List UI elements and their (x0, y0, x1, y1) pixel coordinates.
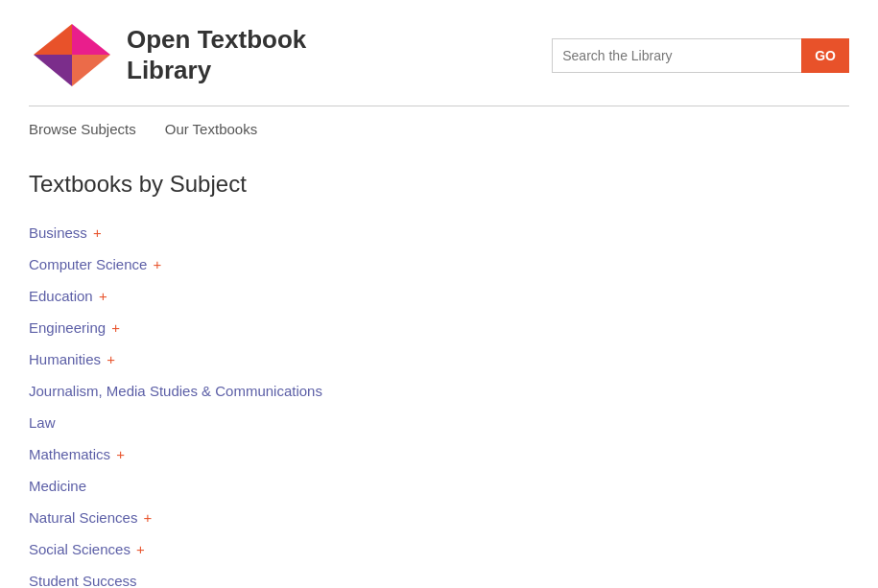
subject-link[interactable]: Engineering (29, 319, 106, 336)
list-item: Student Success (29, 565, 849, 588)
list-item: Social Sciences + (29, 533, 849, 565)
list-item: Computer Science + (29, 248, 849, 280)
subject-plus-icon: + (149, 256, 161, 272)
nav-browse-subjects[interactable]: Browse Subjects (29, 121, 136, 137)
subject-link[interactable]: Mathematics (29, 446, 110, 462)
svg-marker-1 (72, 24, 110, 55)
search-button[interactable]: GO (801, 38, 849, 73)
page-title: Textbooks by Subject (29, 171, 849, 198)
main-nav: Browse Subjects Our Textbooks (0, 106, 878, 152)
subject-plus-icon: + (107, 319, 120, 336)
subject-link[interactable]: Medicine (29, 478, 86, 494)
search-input[interactable] (552, 38, 801, 73)
logo-text-line2: Library (127, 56, 211, 84)
subject-link[interactable]: Student Success (29, 573, 137, 588)
svg-marker-3 (72, 55, 110, 86)
list-item: Engineering + (29, 312, 849, 343)
subject-link[interactable]: Business (29, 224, 87, 241)
nav-our-textbooks[interactable]: Our Textbooks (165, 121, 257, 137)
subject-plus-icon: + (112, 446, 125, 462)
subject-link[interactable]: Law (29, 414, 56, 431)
subject-plus-icon: + (89, 224, 102, 241)
logo-area: Open Textbook Library (29, 19, 306, 91)
subject-plus-icon: + (132, 541, 145, 557)
main-content: Textbooks by Subject Business +Computer … (0, 152, 878, 588)
subject-link[interactable]: Education (29, 288, 93, 304)
svg-marker-2 (34, 55, 72, 86)
subject-link[interactable]: Journalism, Media Studies & Communicatio… (29, 383, 322, 399)
subject-link[interactable]: Social Sciences (29, 541, 131, 557)
subject-link[interactable]: Natural Sciences (29, 509, 137, 526)
header: Open Textbook Library GO (0, 0, 878, 106)
subject-list: Business +Computer Science +Education +E… (29, 217, 849, 588)
list-item: Journalism, Media Studies & Communicatio… (29, 375, 849, 407)
logo-icon (29, 19, 115, 91)
list-item: Natural Sciences + (29, 502, 849, 533)
logo-text: Open Textbook Library (127, 25, 306, 84)
svg-marker-0 (34, 24, 72, 55)
search-area: GO (552, 38, 849, 73)
list-item: Education + (29, 280, 849, 312)
subject-plus-icon: + (95, 288, 107, 304)
subject-plus-icon: + (139, 509, 152, 526)
subject-link[interactable]: Computer Science (29, 256, 147, 272)
subject-plus-icon: + (103, 351, 115, 367)
subject-link[interactable]: Humanities (29, 351, 101, 367)
logo-text-line1: Open Textbook (127, 25, 306, 54)
list-item: Medicine (29, 470, 849, 502)
list-item: Business + (29, 217, 849, 248)
list-item: Law (29, 407, 849, 438)
list-item: Mathematics + (29, 438, 849, 470)
list-item: Humanities + (29, 343, 849, 375)
